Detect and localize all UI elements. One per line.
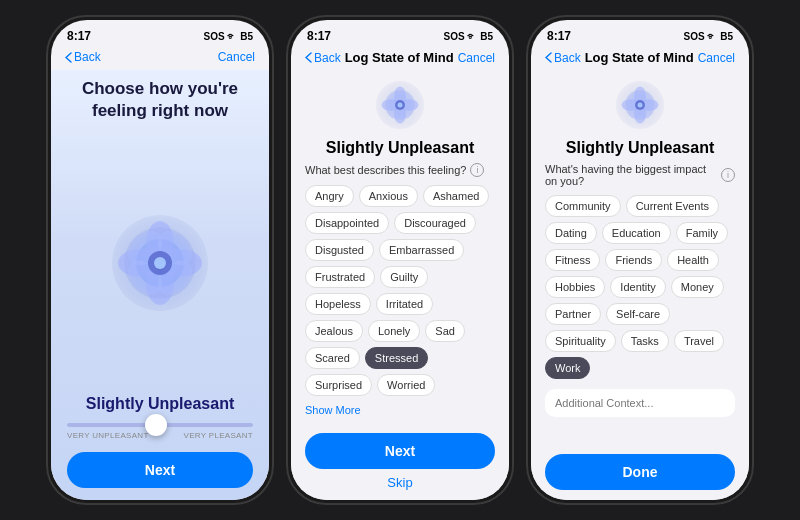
nav-bar-3: Back Log State of Mind Cancel [531, 48, 749, 71]
status-bar-1: 8:17 SOS ᯤ B5 [51, 20, 269, 48]
tag-family[interactable]: Family [676, 222, 728, 244]
tag-dating[interactable]: Dating [545, 222, 597, 244]
phone3-main: Slightly Unpleasant What's having the bi… [531, 71, 749, 500]
tag-ashamed[interactable]: Ashamed [423, 185, 489, 207]
question-row-3: What's having the biggest impact on you?… [545, 163, 735, 187]
nav-bar-2: Back Log State of Mind Cancel [291, 48, 509, 71]
slider-thumb[interactable] [145, 414, 167, 436]
cancel-button-1[interactable]: Cancel [218, 50, 255, 64]
phone-3: 8:17 SOS ᯤ B5 Back Log State of Mind Can… [526, 15, 754, 505]
svg-point-36 [638, 103, 643, 108]
tag-worried[interactable]: Worried [377, 374, 435, 396]
tag-stressed[interactable]: Stressed [365, 347, 428, 369]
mood-label-2: Slightly Unpleasant [326, 139, 474, 157]
status-icons-3: SOS ᯤ B5 [684, 31, 733, 42]
slider-right-label: VERY PLEASANT [184, 431, 253, 440]
flower-animation [100, 130, 220, 395]
status-bar-2: 8:17 SOS ᯤ B5 [291, 20, 509, 48]
tag-health[interactable]: Health [667, 249, 719, 271]
back-button-3[interactable]: Back [545, 51, 581, 65]
question-text-2: What best describes this feeling? [305, 164, 466, 176]
mood-label-1: Slightly Unpleasant [86, 395, 234, 413]
tag-money[interactable]: Money [671, 276, 724, 298]
tag-hobbies[interactable]: Hobbies [545, 276, 605, 298]
btn-group-2: Next Skip [305, 433, 495, 490]
svg-point-12 [154, 257, 166, 269]
status-icons-2: SOS ᯤ B5 [444, 31, 493, 42]
nav-bar-1: Back Cancel [51, 48, 269, 70]
mood-label-3: Slightly Unpleasant [566, 139, 714, 157]
tag-scared[interactable]: Scared [305, 347, 360, 369]
phone2-main: Slightly Unpleasant What best describes … [291, 71, 509, 500]
tags-area-3: Community Current Events Dating Educatio… [545, 195, 735, 379]
info-icon-3[interactable]: i [721, 168, 735, 182]
tag-tasks[interactable]: Tasks [621, 330, 669, 352]
nav-title-3: Log State of Mind [585, 50, 694, 65]
tag-irritated[interactable]: Irritated [376, 293, 433, 315]
question-row-2: What best describes this feeling? i [305, 163, 495, 177]
phone1-main: Choose how you're feeling right now [51, 70, 269, 500]
tag-angry[interactable]: Angry [305, 185, 354, 207]
status-icons-1: SOS ᯤ B5 [204, 31, 253, 42]
context-input[interactable] [545, 389, 735, 417]
tag-friends[interactable]: Friends [605, 249, 662, 271]
tag-discouraged[interactable]: Discouraged [394, 212, 476, 234]
nav-title-2: Log State of Mind [345, 50, 454, 65]
tag-community[interactable]: Community [545, 195, 621, 217]
question-text-3: What's having the biggest impact on you? [545, 163, 717, 187]
next-button-1[interactable]: Next [67, 452, 253, 488]
svg-point-24 [398, 103, 403, 108]
done-button[interactable]: Done [545, 454, 735, 490]
tag-partner[interactable]: Partner [545, 303, 601, 325]
tag-spirituality[interactable]: Spirituality [545, 330, 616, 352]
next-button-2[interactable]: Next [305, 433, 495, 469]
tag-hopeless[interactable]: Hopeless [305, 293, 371, 315]
phone-1: 8:17 SOS ᯤ B5 Back Cancel Choose how you… [46, 15, 274, 505]
tag-anxious[interactable]: Anxious [359, 185, 418, 207]
info-icon-2[interactable]: i [470, 163, 484, 177]
status-time-3: 8:17 [547, 29, 571, 43]
tag-fitness[interactable]: Fitness [545, 249, 600, 271]
tag-surprised[interactable]: Surprised [305, 374, 372, 396]
tag-disgusted[interactable]: Disgusted [305, 239, 374, 261]
tag-current-events[interactable]: Current Events [626, 195, 719, 217]
tags-area-2: Angry Anxious Ashamed Disappointed Disco… [305, 185, 495, 396]
cancel-button-3[interactable]: Cancel [698, 51, 735, 65]
tag-sad[interactable]: Sad [425, 320, 465, 342]
status-time-2: 8:17 [307, 29, 331, 43]
back-button-2[interactable]: Back [305, 51, 341, 65]
tag-disappointed[interactable]: Disappointed [305, 212, 389, 234]
phone-2: 8:17 SOS ᯤ B5 Back Log State of Mind Can… [286, 15, 514, 505]
tag-self-care[interactable]: Self-care [606, 303, 670, 325]
status-bar-3: 8:17 SOS ᯤ B5 [531, 20, 749, 48]
back-button-1[interactable]: Back [65, 50, 101, 64]
tag-frustrated[interactable]: Frustrated [305, 266, 375, 288]
show-more-button[interactable]: Show More [305, 404, 495, 416]
slider[interactable]: VERY UNPLEASANT VERY PLEASANT [67, 423, 253, 440]
prompt-text: Choose how you're feeling right now [67, 78, 253, 122]
slider-left-label: VERY UNPLEASANT [67, 431, 149, 440]
tag-work[interactable]: Work [545, 357, 590, 379]
status-time-1: 8:17 [67, 29, 91, 43]
tag-identity[interactable]: Identity [610, 276, 665, 298]
tag-lonely[interactable]: Lonely [368, 320, 420, 342]
tag-education[interactable]: Education [602, 222, 671, 244]
tag-guilty[interactable]: Guilty [380, 266, 428, 288]
skip-button[interactable]: Skip [387, 475, 412, 490]
tag-jealous[interactable]: Jealous [305, 320, 363, 342]
tag-embarrassed[interactable]: Embarrassed [379, 239, 464, 261]
cancel-button-2[interactable]: Cancel [458, 51, 495, 65]
tag-travel[interactable]: Travel [674, 330, 724, 352]
